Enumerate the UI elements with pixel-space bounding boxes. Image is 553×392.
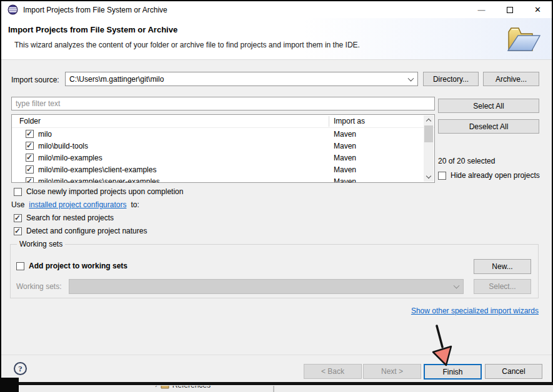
page-subtitle: This wizard analyzes the content of your…	[14, 41, 360, 49]
row-folder: milo\milo-examples	[38, 154, 102, 162]
table-row[interactable]: milo\milo-examples Maven	[12, 152, 424, 164]
working-sets-label: Working sets:	[16, 282, 61, 291]
minimize-icon[interactable]: —	[467, 1, 496, 18]
projects-table: Folder Import as milo Maven milo\build-t…	[11, 114, 435, 183]
screenshot-root: Import Projects from File System or Arch…	[0, 0, 553, 392]
row-import-as: Maven	[334, 154, 356, 162]
background-tree-item[interactable]: › References	[155, 385, 211, 390]
directory-button[interactable]: Directory...	[423, 72, 479, 86]
row-checkbox[interactable]	[26, 130, 34, 138]
row-checkbox[interactable]	[26, 177, 34, 182]
archive-button[interactable]: Archive...	[483, 72, 539, 86]
scroll-up-icon[interactable]	[424, 115, 434, 125]
checkbox-box[interactable]	[14, 227, 22, 235]
checkbox-box[interactable]	[16, 262, 24, 270]
installed-configurators-link[interactable]: installed project configurators	[29, 200, 126, 209]
table-row[interactable]: milo\milo-examples\client-examples Maven	[12, 164, 424, 175]
window-title: Import Projects from File System or Arch…	[23, 6, 167, 14]
table-header[interactable]: Folder Import as	[12, 115, 434, 128]
row-folder: milo\build-tools	[38, 142, 88, 150]
next-button[interactable]: Next >	[363, 364, 421, 379]
use-suffix: to:	[131, 200, 139, 209]
checkbox-label: Add project to working sets	[29, 262, 127, 270]
scrollbar-thumb[interactable]	[424, 125, 433, 142]
import-projects-dialog: Import Projects from File System or Arch…	[1, 1, 552, 382]
checkbox-label: Search for nested projects	[26, 213, 114, 222]
add-to-working-sets-checkbox[interactable]: Add project to working sets	[16, 261, 127, 271]
selection-status: 20 of 20 selected	[438, 157, 495, 165]
row-import-as: Maven	[334, 130, 356, 139]
filter-input[interactable]	[11, 97, 435, 110]
eclipse-logo-icon	[7, 4, 18, 15]
row-folder: milo\milo-examples\server-examples	[38, 177, 160, 183]
close-imported-checkbox[interactable]: Close newly imported projects upon compl…	[14, 187, 183, 197]
close-icon[interactable]: ✕	[524, 1, 552, 18]
checkbox-label: Close newly imported projects upon compl…	[26, 187, 183, 196]
checkbox-box[interactable]	[14, 214, 22, 222]
tree-item-label: References	[172, 385, 211, 390]
table-row[interactable]: milo\build-tools Maven	[12, 140, 424, 152]
page-title: Import Projects from File System or Arch…	[8, 25, 177, 34]
show-other-wizards-link[interactable]: Show other specialized import wizards	[411, 306, 539, 315]
help-icon[interactable]: ?	[14, 362, 27, 375]
import-source-value: C:\Users\m.gattinger\git\milo	[69, 75, 164, 84]
table-scrollbar[interactable]	[424, 115, 434, 182]
working-sets-group-label: Working sets	[17, 240, 65, 248]
scroll-down-icon[interactable]	[424, 172, 434, 182]
back-button[interactable]: < Back	[304, 364, 362, 379]
select-all-button[interactable]: Select All	[438, 99, 539, 113]
row-import-as: Maven	[334, 177, 356, 183]
maximize-icon[interactable]	[496, 1, 524, 18]
select-working-set-button[interactable]: Select...	[474, 279, 531, 294]
import-source-label: Import source:	[11, 76, 59, 84]
working-sets-combo[interactable]	[69, 279, 464, 294]
open-folder-banner-icon	[503, 22, 542, 56]
table-body: milo Maven milo\build-tools Maven milo\m…	[12, 128, 424, 182]
chevron-down-icon	[408, 75, 414, 81]
title-bar: Import Projects from File System or Arch…	[1, 1, 552, 18]
import-source-combo[interactable]: C:\Users\m.gattinger\git\milo	[65, 72, 418, 86]
background-pane-divider	[273, 386, 274, 392]
wizard-banner: Import Projects from File System or Arch…	[1, 18, 552, 60]
table-row[interactable]: milo\milo-examples\server-examples Maven	[12, 175, 424, 182]
column-folder[interactable]: Folder	[19, 117, 41, 125]
row-folder: milo	[38, 130, 52, 139]
background-window-fragment: › References	[19, 385, 553, 392]
chevron-down-icon	[454, 283, 460, 289]
bottom-left-dark-corner	[0, 378, 19, 392]
checkbox-box[interactable]	[438, 172, 446, 180]
row-folder: milo\milo-examples\client-examples	[38, 165, 156, 174]
table-row[interactable]: milo Maven	[12, 128, 424, 140]
row-checkbox[interactable]	[26, 165, 34, 174]
row-checkbox[interactable]	[26, 154, 34, 162]
hide-open-projects-checkbox[interactable]: Hide already open projects	[438, 170, 540, 180]
column-import-as[interactable]: Import as	[334, 117, 365, 125]
checkbox-label: Detect and configure project natures	[26, 227, 147, 235]
references-folder-icon	[161, 385, 169, 389]
row-checkbox[interactable]	[26, 142, 34, 150]
column-divider[interactable]	[329, 116, 329, 127]
row-import-as: Maven	[334, 142, 356, 150]
search-nested-checkbox[interactable]: Search for nested projects	[14, 213, 114, 223]
finish-button[interactable]: Finish	[424, 364, 482, 380]
configurators-line: Use installed project configurators to:	[11, 200, 139, 210]
use-prefix: Use	[11, 200, 24, 209]
detect-natures-checkbox[interactable]: Detect and configure project natures	[14, 226, 147, 236]
checkbox-label: Hide already open projects	[451, 171, 540, 180]
row-import-as: Maven	[334, 165, 356, 174]
deselect-all-button[interactable]: Deselect All	[438, 119, 539, 134]
checkbox-box[interactable]	[14, 188, 22, 196]
new-working-set-button[interactable]: New...	[474, 259, 531, 274]
cancel-button[interactable]: Cancel	[485, 364, 542, 379]
tree-expand-icon[interactable]: ›	[155, 385, 157, 389]
footer-separator	[1, 355, 552, 355]
